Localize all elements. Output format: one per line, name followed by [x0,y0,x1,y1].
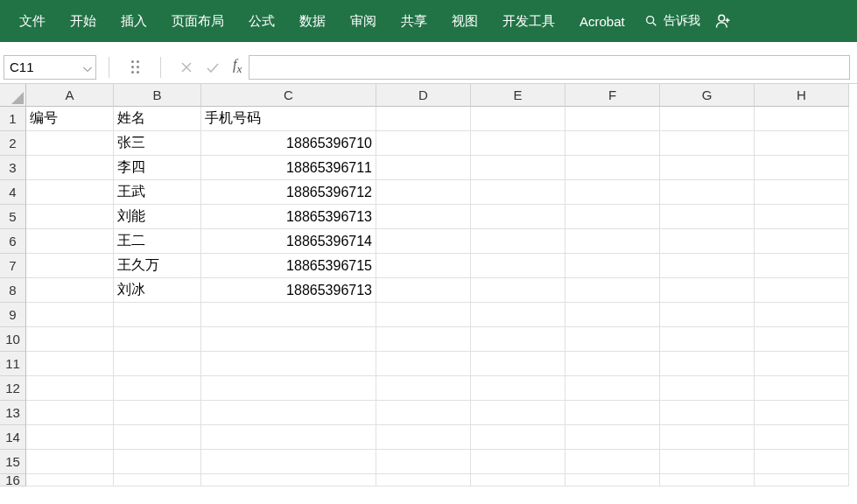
cell-H9[interactable] [755,303,849,327]
cell-C9[interactable] [201,303,376,327]
cell-F9[interactable] [565,303,660,327]
row-header-5[interactable]: 5 [0,205,26,229]
tell-me-search[interactable]: 告诉我 [637,13,707,29]
cell-C10[interactable] [201,327,376,352]
row-header-16[interactable]: 16 [0,474,26,486]
cell-C14[interactable] [201,425,376,450]
cell-E2[interactable] [471,131,565,156]
cell-D3[interactable] [376,156,471,180]
row-header-14[interactable]: 14 [0,425,26,450]
cell-G5[interactable] [660,205,755,229]
tab-acrobat[interactable]: Acrobat [567,0,637,42]
cell-A8[interactable] [26,278,114,303]
tab-page-layout[interactable]: 页面布局 [159,0,236,42]
cell-G1[interactable] [660,107,755,131]
formula-input[interactable] [249,55,850,80]
cell-H7[interactable] [755,254,849,278]
cell-C1[interactable]: 手机号码 [201,107,376,131]
row-header-9[interactable]: 9 [0,303,26,327]
tab-view[interactable]: 视图 [439,0,490,42]
cell-F7[interactable] [565,254,660,278]
cell-H16[interactable] [755,474,849,486]
cell-C15[interactable] [201,450,376,474]
cell-D2[interactable] [376,131,471,156]
row-header-7[interactable]: 7 [0,254,26,278]
cell-G10[interactable] [660,327,755,352]
cell-G12[interactable] [660,376,755,401]
name-box-dropdown-icon[interactable] [83,60,92,74]
tab-data[interactable]: 数据 [287,0,338,42]
cell-B7[interactable]: 王久万 [114,254,201,278]
cell-D5[interactable] [376,205,471,229]
select-all-corner[interactable] [0,84,26,107]
cell-B8[interactable]: 刘冰 [114,278,201,303]
cell-C4[interactable]: 18865396712 [201,180,376,205]
cell-B6[interactable]: 王二 [114,229,201,254]
cell-B12[interactable] [114,376,201,401]
cell-H4[interactable] [755,180,849,205]
col-header-A[interactable]: A [26,84,114,107]
col-header-C[interactable]: C [201,84,376,107]
cell-E8[interactable] [471,278,565,303]
cell-F16[interactable] [565,474,660,486]
cell-H1[interactable] [755,107,849,131]
cell-G14[interactable] [660,425,755,450]
cell-F12[interactable] [565,376,660,401]
cell-C6[interactable]: 18865396714 [201,229,376,254]
cell-G3[interactable] [660,156,755,180]
cell-E1[interactable] [471,107,565,131]
cell-B9[interactable] [114,303,201,327]
cell-G9[interactable] [660,303,755,327]
cell-B1[interactable]: 姓名 [114,107,201,131]
cell-D4[interactable] [376,180,471,205]
cell-E9[interactable] [471,303,565,327]
cell-C8[interactable]: 18865396713 [201,278,376,303]
cell-C13[interactable] [201,401,376,425]
cell-A1[interactable]: 编号 [26,107,114,131]
cell-A10[interactable] [26,327,114,352]
cell-B13[interactable] [114,401,201,425]
cell-F13[interactable] [565,401,660,425]
cancel-button[interactable] [173,55,200,80]
cell-C7[interactable]: 18865396715 [201,254,376,278]
cell-E4[interactable] [471,180,565,205]
cell-G13[interactable] [660,401,755,425]
cell-G15[interactable] [660,450,755,474]
cell-F15[interactable] [565,450,660,474]
cell-D14[interactable] [376,425,471,450]
cell-C11[interactable] [201,352,376,376]
cell-G2[interactable] [660,131,755,156]
cell-H15[interactable] [755,450,849,474]
confirm-button[interactable] [200,55,226,80]
cell-F1[interactable] [565,107,660,131]
cell-E14[interactable] [471,425,565,450]
cell-D10[interactable] [376,327,471,352]
cell-H2[interactable] [755,131,849,156]
cell-A7[interactable] [26,254,114,278]
cell-E16[interactable] [471,474,565,486]
share-button[interactable] [707,12,739,30]
col-header-D[interactable]: D [376,84,471,107]
cell-A16[interactable] [26,474,114,486]
cell-D11[interactable] [376,352,471,376]
cell-B2[interactable]: 张三 [114,131,201,156]
cell-C3[interactable]: 18865396711 [201,156,376,180]
row-header-8[interactable]: 8 [0,278,26,303]
cell-D1[interactable] [376,107,471,131]
cell-D15[interactable] [376,450,471,474]
cell-G16[interactable] [660,474,755,486]
tab-formulas[interactable]: 公式 [236,0,287,42]
cell-E12[interactable] [471,376,565,401]
row-header-15[interactable]: 15 [0,450,26,474]
cell-F11[interactable] [565,352,660,376]
cell-F4[interactable] [565,180,660,205]
row-header-3[interactable]: 3 [0,156,26,180]
cell-E13[interactable] [471,401,565,425]
cell-B16[interactable] [114,474,201,486]
cell-B14[interactable] [114,425,201,450]
drag-handle[interactable] [122,55,148,80]
row-header-4[interactable]: 4 [0,180,26,205]
cell-F3[interactable] [565,156,660,180]
cell-A5[interactable] [26,205,114,229]
cell-A4[interactable] [26,180,114,205]
